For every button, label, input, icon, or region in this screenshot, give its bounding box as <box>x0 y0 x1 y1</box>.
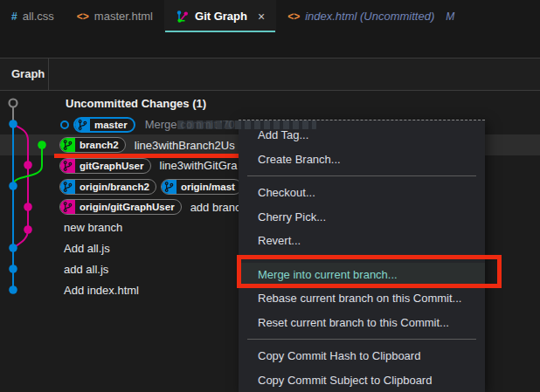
tab-title: master.html <box>94 10 153 23</box>
commit-message: line3withGitGra <box>160 159 238 172</box>
commit-message: new branch <box>64 221 122 234</box>
branch-label-origin-master[interactable]: origin/mast <box>161 179 242 195</box>
css-hash-icon: # <box>11 10 17 23</box>
commit-node-gitgraphuser[interactable] <box>24 161 32 169</box>
commit-message: add all.js <box>64 263 108 276</box>
redacted-commit-hash <box>177 120 316 129</box>
branch-label-branch2[interactable]: branch2 <box>59 137 126 153</box>
editor-tab-bar: # all.css <> master.html Git Graph × <box>0 0 540 58</box>
commit-node-add-alljs-2[interactable] <box>9 265 17 273</box>
tab-title: Git Graph <box>195 10 247 23</box>
menu-item-copy-commit-hash[interactable]: Copy Commit Hash to Clipboard <box>239 344 485 368</box>
menu-item-copy-commit-subject[interactable]: Copy Commit Subject to Clipboard <box>239 368 485 392</box>
tab-all-css[interactable]: # all.css <box>0 0 66 32</box>
code-brackets-icon: <> <box>287 10 300 23</box>
branch-label-text: origin/mast <box>177 182 241 192</box>
menu-separator <box>247 175 476 176</box>
commit-node-add-indexhtml[interactable] <box>9 285 17 294</box>
commit-node-origin-gitgraphuser[interactable] <box>24 203 32 211</box>
branch-label-origin-gitgraphuser[interactable]: origin/gitGraphUser <box>59 199 182 215</box>
menu-item-merge-into-current-branch[interactable]: Merge into current branch... <box>239 263 485 287</box>
modified-badge: M <box>446 10 454 23</box>
menu-item-cherry-pick[interactable]: Cherry Pick... <box>239 205 485 230</box>
git-branch-icon <box>162 180 177 194</box>
git-graph-window: # all.css <> master.html Git Graph × <box>0 0 540 392</box>
tab-index-html[interactable]: <> index.html (Uncommitted) M <box>276 0 466 32</box>
branch-label-text: gitGraphUser <box>75 161 150 171</box>
checked-out-indicator-icon <box>60 120 69 129</box>
git-branch-icon <box>60 200 75 214</box>
commit-message: add branc <box>190 201 241 214</box>
git-graph-icon <box>176 10 190 24</box>
git-branch-icon <box>75 119 90 131</box>
menu-item-create-branch[interactable]: Create Branch... <box>239 148 485 172</box>
commit-message: line3withBranch2Us <box>135 139 235 152</box>
branch-label-text: master <box>90 120 134 130</box>
commit-node-new-branch[interactable] <box>24 225 32 234</box>
branch-label-gitgraphuser[interactable]: gitGraphUser <box>59 158 151 174</box>
menu-separator <box>247 339 476 340</box>
row-uncommitted-changes[interactable]: Uncommitted Changes (1) <box>54 93 540 114</box>
annotation-underline-branch2 <box>54 154 239 158</box>
branch-label-text: origin/gitGraphUser <box>75 202 181 212</box>
commit-context-menu: Add Tag... Create Branch... Checkout... … <box>239 120 485 392</box>
tab-title: all.css <box>23 10 54 23</box>
tab-git-graph[interactable]: Git Graph × <box>164 0 276 32</box>
branch-label-origin-branch2[interactable]: origin/branch2 <box>59 179 156 195</box>
menu-item-checkout[interactable]: Checkout... <box>239 181 485 205</box>
graph-column-title: Graph <box>11 58 45 90</box>
commit-node-add-alljs[interactable] <box>9 244 17 252</box>
graph-column-header: Graph <box>0 58 540 91</box>
git-branch-icon <box>60 159 75 173</box>
uncommitted-changes-label: Uncommitted Changes (1) <box>59 97 206 110</box>
close-icon[interactable]: × <box>258 10 265 24</box>
tab-master-html[interactable]: <> master.html <box>66 0 164 32</box>
branch-label-master[interactable]: master <box>73 117 135 133</box>
column-divider[interactable] <box>48 58 49 90</box>
commit-node-origin-branch2[interactable] <box>9 182 17 190</box>
git-branch-icon <box>60 138 75 152</box>
commit-node-master[interactable] <box>9 120 17 128</box>
branch-label-text: origin/branch2 <box>75 182 156 192</box>
branch-label-text: branch2 <box>75 140 125 150</box>
git-branch-icon <box>60 180 75 194</box>
menu-item-revert[interactable]: Revert... <box>239 229 485 253</box>
commit-node-branch2[interactable] <box>38 141 46 149</box>
menu-item-rebase[interactable]: Rebase current branch on this Commit... <box>239 286 485 311</box>
menu-item-reset[interactable]: Reset current branch to this Commit... <box>239 311 485 335</box>
commit-message: Add all.js <box>64 242 110 255</box>
commit-message: Add index.html <box>64 284 139 297</box>
tab-title: index.html (Uncommitted) <box>305 10 434 23</box>
uncommitted-node[interactable] <box>10 100 17 107</box>
menu-separator <box>247 258 476 258</box>
commit-graph <box>0 91 54 309</box>
code-brackets-icon: <> <box>77 10 89 23</box>
